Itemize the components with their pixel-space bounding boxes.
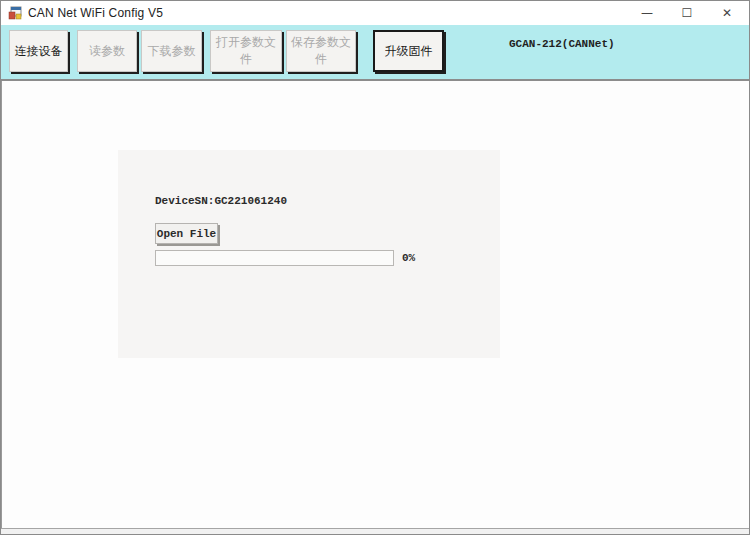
close-button[interactable]: ✕	[707, 1, 747, 25]
device-model-label: GCAN-212(CANNet)	[509, 38, 615, 50]
toolbar: 连接设备 读参数 下载参数 打开参数文件 保存参数文件 升级固件 GCAN-21…	[1, 25, 749, 81]
save-param-file-button[interactable]: 保存参数文件	[286, 30, 356, 72]
main-area: DeviceSN:GC221061240 Open File 0%	[1, 81, 749, 528]
upgrade-firmware-button[interactable]: 升级固件	[373, 30, 444, 72]
read-params-button[interactable]: 读参数	[77, 30, 137, 72]
upgrade-progress-bar	[155, 250, 394, 266]
download-params-button[interactable]: 下载参数	[141, 30, 202, 72]
window-title: CAN Net WiFi Config V5	[28, 6, 163, 20]
title-bar: CAN Net WiFi Config V5 — ☐ ✕	[1, 1, 749, 25]
window-controls: — ☐ ✕	[627, 1, 749, 25]
maximize-button[interactable]: ☐	[667, 1, 707, 25]
minimize-button[interactable]: —	[627, 1, 667, 25]
app-window: CAN Net WiFi Config V5 — ☐ ✕ 连接设备 读参数 下载…	[0, 0, 750, 535]
progress-percent-label: 0%	[402, 252, 415, 264]
connect-device-button[interactable]: 连接设备	[9, 30, 68, 72]
open-file-button[interactable]: Open File	[155, 223, 218, 244]
app-icon	[8, 6, 22, 20]
open-param-file-button[interactable]: 打开参数文件	[210, 30, 282, 72]
window-bottom-frame	[1, 528, 749, 534]
firmware-upgrade-panel: DeviceSN:GC221061240 Open File 0%	[118, 150, 500, 358]
device-sn-label: DeviceSN:GC221061240	[155, 195, 287, 207]
